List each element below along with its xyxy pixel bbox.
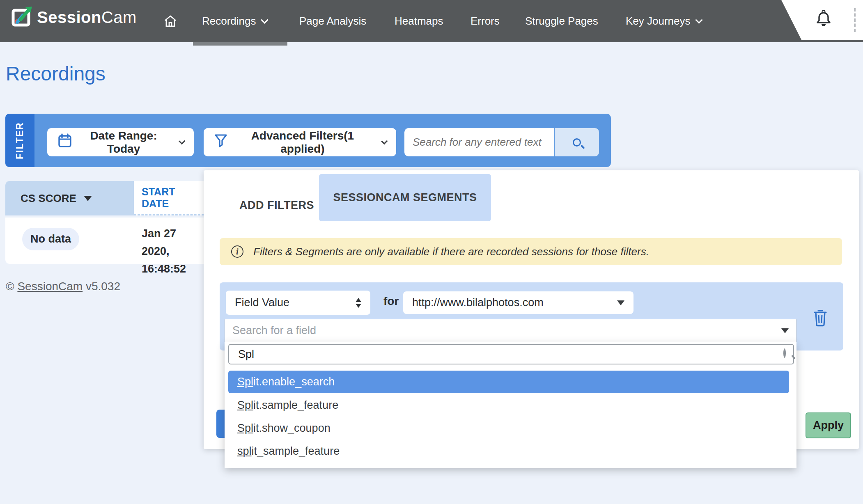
sort-descending-icon	[84, 196, 92, 201]
option-split-enable-search[interactable]: Split.enable_search	[228, 371, 789, 393]
advanced-filters-panel: ADD FILTERS SESSIONCAM SEGMENTS i Filter…	[204, 170, 859, 449]
for-label: for	[383, 295, 399, 308]
nav-item-label: Key Journeys	[626, 15, 691, 27]
advanced-filters-button[interactable]: Advanced Filters(1 applied)	[204, 128, 396, 156]
nav-item-key-journeys[interactable]: Key Journeys	[626, 0, 702, 42]
tab-label: SESSIONCAM SEGMENTS	[333, 191, 477, 204]
navbar-corner-wedge	[772, 0, 863, 40]
field-select-placeholder: Search for a field	[232, 324, 316, 337]
nav-item-recordings[interactable]: Recordings	[202, 0, 267, 42]
cs-score-label: CS SCORE	[21, 192, 76, 205]
search-submit-button[interactable]	[555, 128, 599, 156]
nav-item-page-analysis[interactable]: Page Analysis	[299, 0, 366, 42]
delete-filter-button[interactable]	[810, 308, 830, 328]
sessioncam-footer-link[interactable]: SessionCam	[17, 280, 83, 293]
field-search-select[interactable]: Search for a field	[225, 319, 796, 342]
start-date-line2: 16:48:52	[142, 260, 204, 278]
select-arrow-icon	[781, 328, 789, 333]
filter-tab-label: FILTER	[14, 122, 25, 159]
search-icon	[573, 138, 581, 147]
tab-add-filters[interactable]: ADD FILTERS	[230, 189, 324, 222]
date-range-label: Date Range: Today	[78, 129, 169, 156]
nav-item-label: Recordings	[202, 15, 256, 27]
info-icon: i	[231, 245, 243, 258]
site-select[interactable]: http://www.bilalphotos.com	[403, 291, 633, 314]
nav-item-errors[interactable]: Errors	[471, 0, 500, 42]
field-type-select[interactable]: Field Value	[226, 291, 370, 315]
search-icon	[783, 350, 786, 357]
chevron-down-icon	[695, 16, 702, 23]
text-search-input[interactable]	[404, 128, 554, 156]
chevron-down-icon	[381, 137, 388, 144]
column-header-cs-score[interactable]: CS SCORE	[5, 181, 134, 215]
chevron-down-icon	[261, 16, 268, 23]
select-arrow-icon	[617, 300, 624, 305]
filter-tab[interactable]: FILTER	[5, 114, 34, 167]
brand-logo[interactable]: SessionCam	[11, 5, 137, 30]
apply-button[interactable]: Apply	[806, 412, 851, 438]
nav-item-label: Errors	[471, 15, 500, 27]
field-options-dropdown: Split.enable_search Split.sample_feature…	[225, 342, 796, 468]
field-filter-search	[228, 344, 794, 364]
notifications-bell-icon[interactable]	[815, 10, 832, 31]
sessioncam-logo-icon	[11, 5, 33, 30]
site-value: http://www.bilalphotos.com	[412, 296, 544, 309]
copyright-symbol: ©	[6, 280, 14, 293]
page-title: Recordings	[6, 62, 106, 85]
nav-item-struggle-pages[interactable]: Struggle Pages	[525, 0, 598, 42]
option-split-sample-feature[interactable]: Split.sample_feature	[228, 394, 789, 417]
calendar-icon	[58, 133, 72, 151]
column-header-start-date[interactable]: START DATE	[134, 181, 204, 215]
advanced-filters-label: Advanced Filters(1 applied)	[234, 129, 371, 156]
chevron-down-icon	[179, 138, 185, 144]
start-date-value: Jan 27 2020, 16:48:52	[142, 225, 204, 278]
start-date-line1: Jan 27 2020,	[142, 225, 204, 260]
funnel-icon	[214, 134, 227, 151]
filter-bar: FILTER Date Range: Today Advanced Filter	[5, 114, 611, 167]
version-number: v5.032	[86, 280, 120, 293]
tab-sessioncam-segments[interactable]: SESSIONCAM SEGMENTS	[319, 174, 491, 221]
footer-version: © SessionCam v5.032	[6, 280, 120, 293]
option-split-show-coupon[interactable]: Split.show_coupon	[228, 417, 789, 440]
home-icon[interactable]	[163, 0, 177, 42]
date-range-button[interactable]: Date Range: Today	[47, 128, 194, 156]
active-nav-indicator	[193, 42, 287, 46]
tab-label: ADD FILTERS	[239, 199, 314, 212]
nav-item-label: Heatmaps	[395, 15, 443, 27]
segments-notice-banner: i Filters & Segments are only available …	[220, 238, 842, 265]
more-options-icon[interactable]	[854, 8, 856, 32]
field-filter-input[interactable]	[228, 344, 794, 364]
field-type-value: Field Value	[235, 296, 289, 309]
select-updown-icon	[356, 298, 361, 308]
option-split-sample-feature-lower[interactable]: split_sample_feature	[228, 440, 789, 463]
notice-text: Filters & Segments are only available if…	[253, 245, 649, 258]
nav-item-label: Struggle Pages	[525, 15, 598, 27]
top-navbar: SessionCam Recordings Page Analysis Heat…	[0, 0, 863, 42]
table-row[interactable]: No data Jan 27 2020, 16:48:52	[5, 218, 204, 264]
brand-name: SessionCam	[37, 8, 137, 27]
text-search-field	[404, 128, 554, 156]
cs-score-badge: No data	[22, 228, 79, 250]
nav-item-heatmaps[interactable]: Heatmaps	[395, 0, 443, 42]
start-date-label: START DATE	[142, 186, 204, 210]
sessioncam-app: SessionCam Recordings Page Analysis Heat…	[0, 0, 863, 504]
nav-item-label: Page Analysis	[299, 15, 366, 27]
